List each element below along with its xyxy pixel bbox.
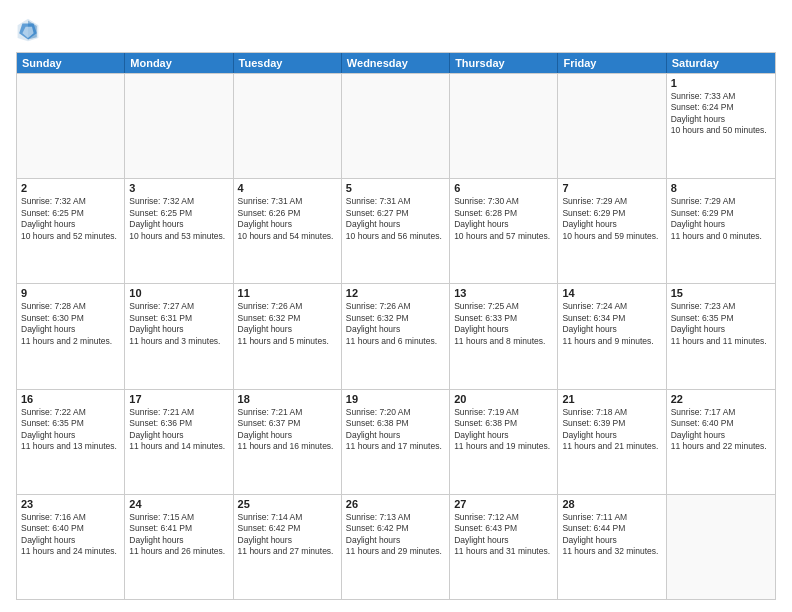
day-number: 14 (562, 287, 661, 299)
day-number: 13 (454, 287, 553, 299)
day-number: 15 (671, 287, 771, 299)
day-number: 16 (21, 393, 120, 405)
cell-info: Sunrise: 7:28 AMSunset: 6:30 PMDaylight … (21, 301, 112, 345)
calendar-day-4: 4 Sunrise: 7:31 AMSunset: 6:26 PMDayligh… (234, 179, 342, 283)
cell-info: Sunrise: 7:24 AMSunset: 6:34 PMDaylight … (562, 301, 653, 345)
calendar-day-15: 15 Sunrise: 7:23 AMSunset: 6:35 PMDaylig… (667, 284, 775, 388)
calendar-day-empty (450, 74, 558, 178)
weekday-header-wednesday: Wednesday (342, 53, 450, 73)
calendar-week-1: 2 Sunrise: 7:32 AMSunset: 6:25 PMDayligh… (17, 178, 775, 283)
calendar-day-22: 22 Sunrise: 7:17 AMSunset: 6:40 PMDaylig… (667, 390, 775, 494)
cell-info: Sunrise: 7:26 AMSunset: 6:32 PMDaylight … (238, 301, 329, 345)
logo (16, 16, 44, 44)
cell-info: Sunrise: 7:29 AMSunset: 6:29 PMDaylight … (562, 196, 658, 240)
calendar-day-10: 10 Sunrise: 7:27 AMSunset: 6:31 PMDaylig… (125, 284, 233, 388)
calendar-day-19: 19 Sunrise: 7:20 AMSunset: 6:38 PMDaylig… (342, 390, 450, 494)
day-number: 27 (454, 498, 553, 510)
calendar-body: 1 Sunrise: 7:33 AMSunset: 6:24 PMDayligh… (17, 73, 775, 599)
cell-info: Sunrise: 7:11 AMSunset: 6:44 PMDaylight … (562, 512, 658, 556)
day-number: 4 (238, 182, 337, 194)
calendar-day-23: 23 Sunrise: 7:16 AMSunset: 6:40 PMDaylig… (17, 495, 125, 599)
calendar-week-2: 9 Sunrise: 7:28 AMSunset: 6:30 PMDayligh… (17, 283, 775, 388)
calendar-day-2: 2 Sunrise: 7:32 AMSunset: 6:25 PMDayligh… (17, 179, 125, 283)
day-number: 17 (129, 393, 228, 405)
calendar-day-1: 1 Sunrise: 7:33 AMSunset: 6:24 PMDayligh… (667, 74, 775, 178)
weekday-header-sunday: Sunday (17, 53, 125, 73)
day-number: 5 (346, 182, 445, 194)
cell-info: Sunrise: 7:13 AMSunset: 6:42 PMDaylight … (346, 512, 442, 556)
cell-info: Sunrise: 7:30 AMSunset: 6:28 PMDaylight … (454, 196, 550, 240)
day-number: 10 (129, 287, 228, 299)
cell-info: Sunrise: 7:31 AMSunset: 6:27 PMDaylight … (346, 196, 442, 240)
cell-info: Sunrise: 7:15 AMSunset: 6:41 PMDaylight … (129, 512, 225, 556)
calendar-day-21: 21 Sunrise: 7:18 AMSunset: 6:39 PMDaylig… (558, 390, 666, 494)
calendar-day-3: 3 Sunrise: 7:32 AMSunset: 6:25 PMDayligh… (125, 179, 233, 283)
cell-info: Sunrise: 7:33 AMSunset: 6:24 PMDaylight … (671, 91, 767, 135)
day-number: 24 (129, 498, 228, 510)
calendar-day-empty (234, 74, 342, 178)
day-number: 22 (671, 393, 771, 405)
day-number: 12 (346, 287, 445, 299)
day-number: 20 (454, 393, 553, 405)
calendar-header: SundayMondayTuesdayWednesdayThursdayFrid… (17, 53, 775, 73)
cell-info: Sunrise: 7:21 AMSunset: 6:37 PMDaylight … (238, 407, 334, 451)
day-number: 9 (21, 287, 120, 299)
calendar-day-24: 24 Sunrise: 7:15 AMSunset: 6:41 PMDaylig… (125, 495, 233, 599)
cell-info: Sunrise: 7:23 AMSunset: 6:35 PMDaylight … (671, 301, 767, 345)
weekday-header-tuesday: Tuesday (234, 53, 342, 73)
calendar: SundayMondayTuesdayWednesdayThursdayFrid… (16, 52, 776, 600)
calendar-day-27: 27 Sunrise: 7:12 AMSunset: 6:43 PMDaylig… (450, 495, 558, 599)
calendar-day-9: 9 Sunrise: 7:28 AMSunset: 6:30 PMDayligh… (17, 284, 125, 388)
day-number: 2 (21, 182, 120, 194)
cell-info: Sunrise: 7:20 AMSunset: 6:38 PMDaylight … (346, 407, 442, 451)
calendar-day-8: 8 Sunrise: 7:29 AMSunset: 6:29 PMDayligh… (667, 179, 775, 283)
day-number: 11 (238, 287, 337, 299)
calendar-day-25: 25 Sunrise: 7:14 AMSunset: 6:42 PMDaylig… (234, 495, 342, 599)
cell-info: Sunrise: 7:29 AMSunset: 6:29 PMDaylight … (671, 196, 762, 240)
cell-info: Sunrise: 7:22 AMSunset: 6:35 PMDaylight … (21, 407, 117, 451)
cell-info: Sunrise: 7:21 AMSunset: 6:36 PMDaylight … (129, 407, 225, 451)
calendar-day-20: 20 Sunrise: 7:19 AMSunset: 6:38 PMDaylig… (450, 390, 558, 494)
calendar-day-empty (17, 74, 125, 178)
calendar-day-11: 11 Sunrise: 7:26 AMSunset: 6:32 PMDaylig… (234, 284, 342, 388)
calendar-day-17: 17 Sunrise: 7:21 AMSunset: 6:36 PMDaylig… (125, 390, 233, 494)
calendar-day-12: 12 Sunrise: 7:26 AMSunset: 6:32 PMDaylig… (342, 284, 450, 388)
weekday-header-thursday: Thursday (450, 53, 558, 73)
calendar-day-empty (667, 495, 775, 599)
calendar-week-3: 16 Sunrise: 7:22 AMSunset: 6:35 PMDaylig… (17, 389, 775, 494)
day-number: 8 (671, 182, 771, 194)
calendar-week-4: 23 Sunrise: 7:16 AMSunset: 6:40 PMDaylig… (17, 494, 775, 599)
calendar-day-28: 28 Sunrise: 7:11 AMSunset: 6:44 PMDaylig… (558, 495, 666, 599)
weekday-header-monday: Monday (125, 53, 233, 73)
calendar-day-26: 26 Sunrise: 7:13 AMSunset: 6:42 PMDaylig… (342, 495, 450, 599)
calendar-day-18: 18 Sunrise: 7:21 AMSunset: 6:37 PMDaylig… (234, 390, 342, 494)
cell-info: Sunrise: 7:19 AMSunset: 6:38 PMDaylight … (454, 407, 550, 451)
day-number: 7 (562, 182, 661, 194)
day-number: 23 (21, 498, 120, 510)
day-number: 6 (454, 182, 553, 194)
cell-info: Sunrise: 7:25 AMSunset: 6:33 PMDaylight … (454, 301, 545, 345)
calendar-day-empty (125, 74, 233, 178)
day-number: 21 (562, 393, 661, 405)
calendar-day-16: 16 Sunrise: 7:22 AMSunset: 6:35 PMDaylig… (17, 390, 125, 494)
cell-info: Sunrise: 7:18 AMSunset: 6:39 PMDaylight … (562, 407, 658, 451)
cell-info: Sunrise: 7:27 AMSunset: 6:31 PMDaylight … (129, 301, 220, 345)
calendar-day-6: 6 Sunrise: 7:30 AMSunset: 6:28 PMDayligh… (450, 179, 558, 283)
day-number: 28 (562, 498, 661, 510)
weekday-header-friday: Friday (558, 53, 666, 73)
calendar-day-empty (558, 74, 666, 178)
day-number: 18 (238, 393, 337, 405)
cell-info: Sunrise: 7:16 AMSunset: 6:40 PMDaylight … (21, 512, 117, 556)
cell-info: Sunrise: 7:12 AMSunset: 6:43 PMDaylight … (454, 512, 550, 556)
header (16, 12, 776, 44)
calendar-day-7: 7 Sunrise: 7:29 AMSunset: 6:29 PMDayligh… (558, 179, 666, 283)
calendar-day-5: 5 Sunrise: 7:31 AMSunset: 6:27 PMDayligh… (342, 179, 450, 283)
cell-info: Sunrise: 7:17 AMSunset: 6:40 PMDaylight … (671, 407, 767, 451)
calendar-week-0: 1 Sunrise: 7:33 AMSunset: 6:24 PMDayligh… (17, 73, 775, 178)
day-number: 1 (671, 77, 771, 89)
day-number: 25 (238, 498, 337, 510)
logo-icon (16, 16, 40, 44)
calendar-day-empty (342, 74, 450, 178)
page: SundayMondayTuesdayWednesdayThursdayFrid… (0, 0, 792, 612)
day-number: 19 (346, 393, 445, 405)
